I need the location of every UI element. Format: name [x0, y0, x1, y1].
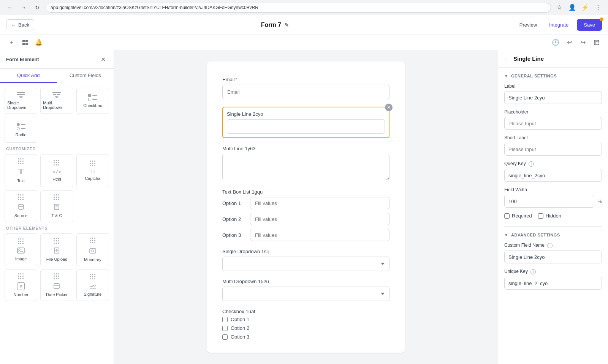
browser-back-btn[interactable]: ←: [5, 2, 15, 13]
single-line-input[interactable]: [227, 119, 385, 134]
element-item-source[interactable]: Source: [5, 190, 37, 222]
panel-content: Single Dropdown Multi Dropdown: [0, 83, 114, 364]
close-panel-button[interactable]: ✕: [98, 55, 108, 64]
elements-grid-source: Source T & C: [5, 190, 109, 222]
email-input[interactable]: [222, 85, 390, 99]
panel-title: Form Element: [6, 57, 39, 62]
element-item-image[interactable]: Image: [5, 233, 37, 266]
element-item-checkbox[interactable]: Checkbox: [76, 88, 109, 114]
selected-field-single-line[interactable]: ✕ Single Line 2cyo: [222, 107, 390, 138]
form-field-email: Email*: [222, 77, 390, 99]
unique-key-input[interactable]: [504, 277, 602, 290]
element-item-radio[interactable]: Radio: [5, 117, 37, 143]
element-item-date-picker[interactable]: Date Picker: [40, 269, 73, 301]
edit-title-icon[interactable]: ✎: [284, 22, 289, 28]
panel-tabs: Quick Add Custom Fields: [0, 69, 114, 83]
query-key-field-group: Query Key i: [504, 161, 602, 182]
textbox-option-2-input[interactable]: [250, 213, 390, 225]
browser-refresh-btn[interactable]: ↻: [32, 2, 43, 13]
right-panel-title: Single Line: [513, 55, 544, 62]
app-bar: ← Back Form 7 ✎ Preview Integrate Save: [0, 15, 608, 35]
settings-button[interactable]: [591, 37, 602, 48]
textbox-option-1-input[interactable]: [250, 197, 390, 209]
secondary-toolbar: + 🔔 🕐 ↩ ↪: [0, 35, 608, 50]
section-other-label: Other Elements: [5, 226, 109, 230]
toolbar-right: 🕐 ↩ ↪: [550, 37, 602, 48]
unique-key-info-icon[interactable]: i: [530, 269, 536, 274]
element-item-single-dropdown[interactable]: Single Dropdown: [5, 88, 37, 114]
preview-button[interactable]: Preview: [516, 20, 541, 30]
element-item-multi-dropdown[interactable]: Multi Dropdown: [40, 88, 73, 114]
element-item-file-upload[interactable]: File Upload: [40, 233, 73, 266]
add-element-button[interactable]: +: [6, 37, 17, 48]
app-bar-actions: Preview Integrate Save: [516, 19, 602, 31]
browser-extension-btn[interactable]: ⚡: [580, 2, 591, 13]
advanced-settings-title: ADVANCED SETTINGS: [511, 233, 560, 237]
custom-field-name-info-icon[interactable]: i: [547, 243, 553, 248]
save-button[interactable]: Save: [577, 19, 602, 31]
hidden-checkbox[interactable]: [538, 213, 543, 219]
textbox-list-label: Text Box List 1gqu: [222, 189, 390, 195]
field-width-input[interactable]: [504, 195, 594, 208]
label-field-input[interactable]: [504, 91, 602, 104]
history-button[interactable]: 🕐: [550, 37, 561, 48]
settings-divider: [504, 226, 602, 227]
form-field-multi-line: Multi Line 1y63: [222, 146, 390, 181]
undo-button[interactable]: ↩: [564, 37, 575, 48]
element-item-monetary[interactable]: Monetary: [76, 233, 109, 266]
single-dropdown-select[interactable]: [222, 257, 390, 271]
short-label-field-input[interactable]: [504, 143, 602, 156]
notification-button[interactable]: 🔔: [33, 37, 44, 48]
custom-field-name-input[interactable]: [504, 251, 602, 263]
captcha-icon: [90, 161, 96, 167]
multi-line-textarea[interactable]: [222, 154, 390, 180]
unique-key-label: Unique Key i: [504, 269, 602, 274]
redo-button[interactable]: ↪: [578, 37, 588, 48]
form-field-multi-dropdown: Multi Dropdown 152u: [222, 279, 390, 301]
multi-dropdown-select[interactable]: [222, 287, 390, 301]
textbox-option-3-input[interactable]: [250, 229, 390, 241]
tab-quick-add[interactable]: Quick Add: [0, 69, 57, 83]
element-item-captcha[interactable]: ⇧⇩ Captcha: [76, 154, 109, 187]
required-checkbox-label[interactable]: Required: [504, 213, 532, 219]
section-customized-label: Customized: [5, 147, 109, 151]
svg-rect-0: [22, 40, 25, 42]
checkbox-option-2: Option 2: [222, 325, 390, 331]
tab-custom-fields[interactable]: Custom Fields: [57, 69, 114, 83]
svg-rect-12: [17, 248, 24, 253]
required-hidden-row: Required Hidden: [504, 213, 602, 219]
selected-field-close-button[interactable]: ✕: [385, 104, 393, 111]
query-key-field-input[interactable]: [504, 169, 602, 182]
browser-url-bar[interactable]: app.gohighlevel.com/v2/location/z3iaOSKz…: [46, 3, 551, 13]
hidden-checkbox-label[interactable]: Hidden: [538, 213, 561, 219]
required-star: *: [236, 77, 238, 82]
monetary-icon: [90, 238, 96, 244]
text-T-icon: T: [18, 167, 23, 176]
browser-forward-btn[interactable]: →: [18, 2, 29, 13]
element-item-text[interactable]: T Text: [5, 154, 37, 187]
layout-button[interactable]: [20, 37, 30, 48]
checkbox-3[interactable]: [222, 334, 228, 340]
element-item-number[interactable]: # Number: [5, 269, 37, 301]
browser-profile-btn[interactable]: 👤: [567, 2, 578, 13]
label-field-group: Label: [504, 84, 602, 104]
required-checkbox[interactable]: [504, 213, 510, 219]
query-key-info-icon[interactable]: i: [529, 161, 534, 167]
single-dropdown-icon: [17, 92, 25, 98]
advanced-settings-header[interactable]: ▼ ADVANCED SETTINGS: [504, 233, 602, 237]
placeholder-field-input[interactable]: [504, 117, 602, 130]
right-panel-back-button[interactable]: ←: [504, 56, 510, 62]
browser-menu-btn[interactable]: ⋮: [593, 2, 603, 13]
html-code-icon: </>: [52, 169, 61, 175]
element-item-html[interactable]: </> Html: [40, 154, 73, 187]
back-button[interactable]: ← Back: [6, 19, 34, 30]
form-field-single-dropdown: Single Dropdown 1sij: [222, 249, 390, 271]
checkbox-1[interactable]: [222, 317, 228, 322]
textbox-option-3: Option 3: [222, 229, 390, 241]
general-settings-header[interactable]: ▼ GENERAL SETTINGS: [504, 74, 602, 78]
element-item-tc[interactable]: T & C: [40, 190, 73, 222]
checkbox-2[interactable]: [222, 326, 228, 331]
element-item-signature[interactable]: Signature: [76, 269, 109, 301]
integrate-button[interactable]: Integrate: [545, 20, 572, 30]
browser-bookmark-btn[interactable]: ☆: [554, 2, 565, 13]
